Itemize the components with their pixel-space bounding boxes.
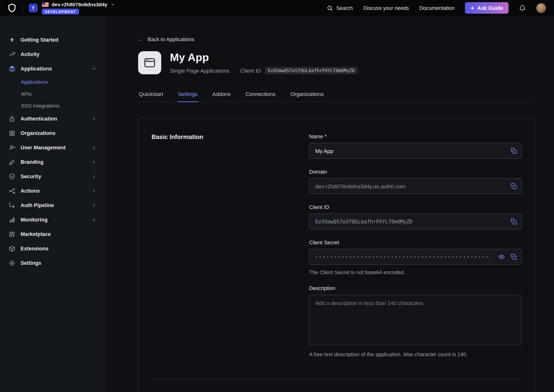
gear-icon [9, 259, 16, 266]
search-label: Search [336, 5, 353, 11]
chevron-right-icon [92, 189, 97, 193]
lock-icon [9, 115, 16, 122]
tenant-meta: dev-r2h8076n6dns3d4y DEVELOPMENT [42, 1, 115, 14]
app-subtitle-row: Single Page Applications Client ID DzXSm… [170, 67, 358, 75]
environment-badge: DEVELOPMENT [42, 9, 79, 14]
sidebar-item-user-management[interactable]: User Management [0, 140, 104, 155]
layers-stack-icon [9, 65, 16, 72]
domain-field-group: Domain [309, 169, 522, 194]
sidebar: Getting Started Activity Applications Ap… [0, 16, 104, 392]
copy-icon[interactable] [511, 183, 517, 189]
client-secret-helper: The Client Secret is not base64 encoded. [309, 270, 522, 275]
sidebar-item-label: Monitoring [21, 217, 48, 223]
sidebar-item-branding[interactable]: Branding [0, 155, 104, 169]
sidebar-item-security[interactable]: Security [0, 169, 104, 184]
back-link-label: Back to Applications [148, 36, 194, 42]
topbar: T dev-r2h8076n6dns3d4y DEVELOPMENT Searc… [0, 0, 554, 16]
documentation-link[interactable]: Documentation [419, 5, 454, 11]
flow-branch-icon [9, 187, 16, 194]
discuss-your-needs-link[interactable]: Discuss your needs [363, 5, 409, 11]
pipeline-arrow-icon [9, 202, 16, 209]
name-field-group: Name * [309, 133, 522, 159]
topbar-divider [22, 3, 23, 13]
copy-icon[interactable] [511, 218, 517, 225]
name-input[interactable] [309, 143, 522, 159]
sidebar-item-monitoring[interactable]: Monitoring [0, 213, 104, 227]
us-flag-icon [42, 2, 49, 7]
app-header: My App Single Page Applications Client I… [138, 51, 535, 74]
user-icon [9, 144, 16, 151]
tab-organizations[interactable]: Organizations [290, 91, 324, 102]
description-helper: A free text description of the applicati… [309, 351, 522, 357]
auth0-logo-icon[interactable] [7, 3, 17, 13]
tab-quickstart[interactable]: Quickstart [138, 91, 164, 102]
ask-guide-label: Ask Guide [477, 5, 503, 11]
copy-icon[interactable] [511, 148, 517, 154]
sidebar-item-authentication[interactable]: Authentication [0, 112, 104, 126]
user-avatar[interactable] [536, 3, 546, 13]
ask-guide-button[interactable]: ✦ Ask Guide [465, 2, 509, 14]
sidebar-nav: Getting Started Activity Applications Ap… [0, 33, 104, 270]
sidebar-subitem-sso-integrations[interactable]: SSO Integrations [0, 99, 104, 112]
back-to-applications-link[interactable]: ← Back to Applications [138, 36, 194, 42]
tab-connections[interactable]: Connections [245, 91, 276, 102]
chevron-right-icon [92, 145, 97, 150]
client-secret-label: Client Secret [309, 239, 522, 245]
sidebar-item-activity[interactable]: Activity [0, 47, 104, 61]
tab-settings[interactable]: Settings [177, 91, 198, 102]
section-title: Basic Information [152, 133, 309, 141]
back-arrow-icon: ← [138, 36, 144, 42]
client-secret-input[interactable] [309, 249, 522, 265]
sidebar-item-extensions[interactable]: Extensions [0, 241, 104, 256]
client-id-label: Client ID [240, 68, 261, 74]
chevron-right-icon [92, 160, 97, 164]
sidebar-item-label: Getting Started [21, 37, 58, 42]
sidebar-item-marketplace[interactable]: Marketplace [0, 227, 104, 241]
client-id-field-label: Client ID [309, 204, 522, 210]
eye-icon[interactable] [499, 254, 505, 260]
grid-icon [9, 130, 16, 137]
sidebar-item-label: Marketplace [21, 231, 51, 237]
box-icon [9, 245, 16, 252]
tab-addons[interactable]: Addons [212, 91, 231, 102]
main-content: ← Back to Applications My App Single Pag… [104, 16, 554, 392]
search-button[interactable]: Search [327, 5, 353, 11]
sidebar-item-settings[interactable]: Settings [0, 256, 104, 270]
chevron-right-icon [92, 203, 97, 208]
chevron-right-icon [92, 217, 97, 222]
sidebar-item-organizations[interactable]: Organizations [0, 126, 104, 140]
sidebar-item-actions[interactable]: Actions [0, 184, 104, 198]
sidebar-item-getting-started[interactable]: Getting Started [0, 33, 104, 47]
notifications-bell-icon[interactable] [519, 5, 526, 12]
sidebar-item-auth-pipeline[interactable]: Auth Pipeline [0, 198, 104, 213]
card-section-left: Basic Information [152, 133, 309, 367]
bar-chart-icon [9, 216, 16, 223]
description-textarea[interactable] [309, 295, 522, 345]
sidebar-item-label: Applications [21, 66, 52, 71]
sidebar-item-label: Activity [21, 51, 40, 57]
domain-label: Domain [309, 169, 522, 175]
chevron-right-icon [92, 174, 97, 179]
topbar-right: Search Discuss your needs Documentation … [327, 2, 546, 14]
client-id-chip[interactable]: DzXSmwQS7oSTQGLbafhrPXYLT0mOMyZD [264, 67, 358, 75]
chevron-down-icon [92, 66, 97, 71]
sidebar-item-applications[interactable]: Applications [0, 61, 104, 76]
tenant-switcher[interactable]: dev-r2h8076n6dns3d4y [42, 1, 115, 7]
sidebar-item-label: Authentication [21, 116, 57, 122]
auth0-dashboard: T dev-r2h8076n6dns3d4y DEVELOPMENT Searc… [0, 0, 554, 392]
domain-input[interactable] [309, 178, 522, 194]
sidebar-subitem-applications[interactable]: Applications [0, 76, 104, 88]
sidebar-item-label: Extensions [21, 246, 48, 252]
copy-icon[interactable] [511, 254, 517, 260]
tenant-initial-badge[interactable]: T [29, 4, 37, 12]
application-window-icon [138, 51, 161, 74]
card-divider [152, 379, 521, 379]
sidebar-subitem-apis[interactable]: APIs [0, 88, 104, 100]
name-label: Name * [309, 133, 522, 139]
sidebar-item-label: User Management [21, 145, 66, 151]
tenant-name: dev-r2h8076n6dns3d4y [52, 1, 107, 7]
description-field-group: Description A free text description of t… [309, 286, 522, 357]
sidebar-item-label: Auth Pipeline [21, 203, 54, 208]
client-id-field-group: Client ID [309, 204, 522, 229]
client-id-input[interactable] [309, 214, 522, 229]
